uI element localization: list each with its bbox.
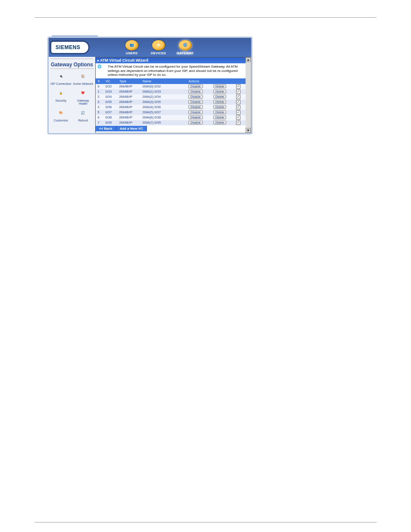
nav-label: DEVICES: [151, 51, 166, 55]
scroll-up-icon[interactable]: ▴: [246, 57, 251, 62]
sidebar-item-label: Home Network: [73, 82, 93, 85]
main-panel: ATM Virtual Circuit Wizard 🌐 The ATM Vir…: [95, 57, 251, 133]
disable-button[interactable]: Disable: [188, 105, 202, 109]
sidebar-item-isp-connection[interactable]: 🔌 ISP Connection: [50, 71, 72, 86]
back-button[interactable]: << Back: [96, 126, 116, 131]
nav-devices[interactable]: ⚙ DEVICES: [149, 40, 168, 55]
delete-button[interactable]: Delete: [213, 105, 226, 109]
nav-label: GATEWAY: [177, 51, 193, 55]
table-row: 60/382684B/IP2684(6) 0/38DisableDelete✓: [96, 115, 246, 120]
row-checkbox[interactable]: ✓: [236, 84, 240, 89]
vc-table: # VC Type Name Actions 00/322684B/IP2684…: [96, 78, 246, 125]
wizard-intro-row: 🌐 The ATM Virtual Circuit can be re-conf…: [96, 63, 246, 78]
sidebar-item-gateway-health[interactable]: ❤️ Gateway Health: [73, 87, 94, 106]
sidebar-title: Gateway Options: [50, 59, 93, 69]
devices-icon: ⚙: [152, 40, 165, 50]
row-checkbox[interactable]: ✓: [236, 105, 240, 109]
users-icon: 👥: [125, 40, 138, 50]
nav-label: USERS: [126, 51, 138, 55]
delete-button[interactable]: Delete: [213, 121, 226, 124]
cell-vc: 0/34: [104, 94, 118, 100]
cell-num: 4: [96, 105, 104, 110]
security-icon: 🔒: [55, 87, 67, 99]
sidebar-item-label: Gateway Health: [73, 99, 94, 105]
sidebar-item-security[interactable]: 🔒 Security: [50, 87, 72, 106]
col-num: #: [96, 78, 104, 84]
cell-name: 2684(1) 0/33: [141, 89, 187, 94]
isp-icon: 🔌: [55, 71, 67, 82]
cell-vc: 0/35: [104, 100, 118, 105]
table-row: 40/362684B/IP2684(4) 0/36DisableDelete✓: [96, 105, 246, 110]
delete-button[interactable]: Delete: [213, 110, 226, 114]
cell-type: 2684B/IP: [117, 89, 140, 94]
row-checkbox[interactable]: ✓: [236, 121, 240, 125]
cell-type: 2684B/IP: [117, 94, 140, 100]
row-checkbox[interactable]: ✓: [236, 95, 240, 99]
cell-vc: 0/36: [104, 105, 118, 110]
app-window: SIEMENS 👥 USERS ⚙ DEVICES 🌀 GATEWAY Gate…: [47, 37, 252, 134]
disable-button[interactable]: Disable: [188, 90, 202, 93]
cell-type: 2684B/IP: [117, 110, 140, 115]
wizard-title: ATM Virtual Circuit Wizard: [96, 57, 246, 63]
page-bottom-rule: [34, 522, 377, 523]
customize-icon: 🎨: [55, 107, 67, 118]
col-vc: VC: [104, 78, 118, 84]
table-row: 00/322684B/IP2684(0) 0/32DisableDelete✓: [96, 84, 246, 89]
cell-name: 2684(3) 0/35: [141, 100, 187, 105]
add-new-vc-button[interactable]: Add a New VC: [116, 126, 147, 131]
cell-name: 2684(7) 0/39: [141, 120, 187, 125]
health-icon: ❤️: [77, 87, 89, 99]
scrollbar[interactable]: ▴ ▾: [246, 57, 251, 133]
nav-gateway[interactable]: 🌀 GATEWAY: [176, 40, 194, 55]
gateway-icon: 🌀: [179, 40, 192, 50]
cell-vc: 0/32: [104, 84, 118, 89]
table-row: 10/332684B/IP2684(1) 0/33DisableDelete✓: [96, 89, 246, 94]
cell-num: 7: [96, 120, 104, 125]
top-bar: SIEMENS 👥 USERS ⚙ DEVICES 🌀 GATEWAY: [49, 38, 251, 57]
sidebar-item-customize[interactable]: 🎨 Customize: [50, 107, 72, 123]
sidebar-item-reboot[interactable]: 🔄 Reboot: [73, 107, 94, 123]
table-row: 50/372684B/IP2684(5) 0/37DisableDelete✓: [96, 110, 246, 115]
decorative-link: [52, 31, 411, 37]
col-actions: Actions: [187, 78, 245, 84]
cell-type: 2684B/IP: [117, 105, 140, 110]
cell-name: 2684(4) 0/36: [141, 105, 187, 110]
home-icon: 🏠: [77, 71, 89, 82]
disable-button[interactable]: Disable: [188, 115, 202, 119]
disable-button[interactable]: Disable: [188, 121, 202, 124]
nav-users[interactable]: 👥 USERS: [123, 40, 141, 55]
cell-type: 2684B/IP: [117, 84, 140, 89]
reboot-icon: 🔄: [77, 107, 89, 118]
delete-button[interactable]: Delete: [213, 100, 226, 104]
cell-name: 2684(6) 0/38: [141, 115, 187, 120]
disable-button[interactable]: Disable: [188, 95, 202, 99]
cell-name: 2684(5) 0/37: [141, 110, 187, 115]
cell-vc: 0/38: [104, 115, 118, 120]
delete-button[interactable]: Delete: [213, 84, 226, 88]
row-checkbox[interactable]: ✓: [236, 115, 240, 120]
table-row: 70/392684B/IP2684(7) 0/39DisableDelete✓: [96, 120, 246, 125]
globe-icon: 🌐: [97, 65, 106, 77]
cell-name: 2684(0) 0/32: [141, 84, 187, 89]
sidebar-item-home-network[interactable]: 🏠 Home Network: [73, 71, 94, 86]
cell-type: 2684B/IP: [117, 100, 140, 105]
table-row: 30/352684B/IP2684(3) 0/35DisableDelete✓: [96, 100, 246, 105]
row-checkbox[interactable]: ✓: [236, 100, 240, 104]
disable-button[interactable]: Disable: [188, 100, 202, 104]
disable-button[interactable]: Disable: [188, 84, 202, 88]
cell-num: 1: [96, 89, 104, 94]
sidebar-item-label: ISP Connection: [50, 82, 72, 85]
cell-vc: 0/33: [104, 89, 118, 94]
disable-button[interactable]: Disable: [188, 110, 202, 114]
delete-button[interactable]: Delete: [213, 95, 226, 99]
sidebar: Gateway Options 🔌 ISP Connection 🏠 Home …: [49, 57, 95, 133]
delete-button[interactable]: Delete: [213, 115, 226, 119]
cell-num: 0: [96, 84, 104, 89]
cell-name: 2684(2) 0/34: [141, 94, 187, 100]
cell-num: 3: [96, 100, 104, 105]
row-checkbox[interactable]: ✓: [236, 90, 240, 94]
row-checkbox[interactable]: ✓: [236, 110, 240, 115]
delete-button[interactable]: Delete: [213, 90, 226, 93]
cell-num: 2: [96, 94, 104, 100]
scroll-down-icon[interactable]: ▾: [246, 128, 251, 133]
